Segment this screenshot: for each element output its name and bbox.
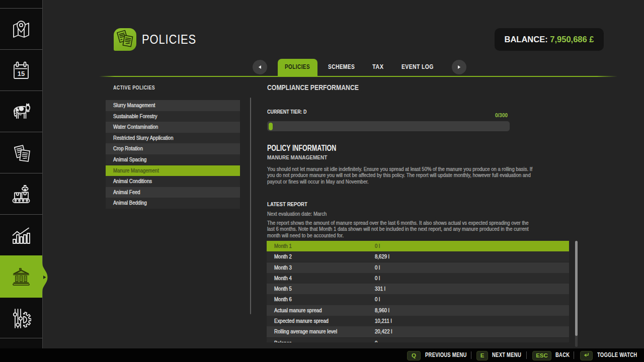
svg-text:15: 15 [18,70,25,77]
